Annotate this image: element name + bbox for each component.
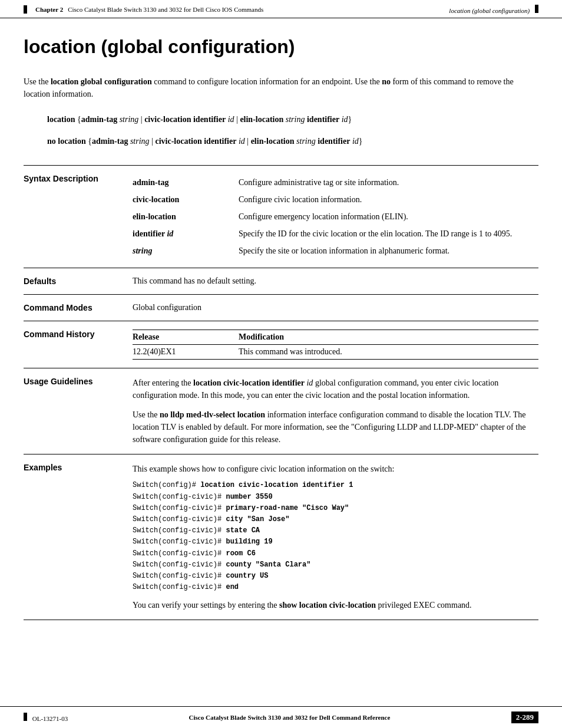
usage-guidelines-content: After entering the location civic-locati…	[133, 377, 538, 446]
history-row: 12.2(40)EX1 This command was introduced.	[133, 345, 538, 360]
examples-intro: This example shows how to configure civi…	[133, 463, 538, 475]
header-left: Chapter 2 Cisco Catalyst Blade Switch 31…	[24, 5, 263, 14]
header-title: Cisco Catalyst Blade Switch 3130 and 303…	[68, 6, 263, 13]
def-elin-location: Configure emergency location information…	[239, 208, 538, 225]
header-right: location (global configuration)	[449, 5, 538, 14]
command-modes-label: Command Modes	[24, 303, 133, 312]
header-bar	[24, 5, 27, 14]
page-header: Chapter 2 Cisco Catalyst Blade Switch 31…	[0, 0, 562, 18]
command-modes-section: Command Modes Global configuration	[24, 294, 538, 321]
code-line-6: Switch(config-civic)# building 19	[133, 536, 538, 548]
def-admin-tag: Configure administrative tag or site inf…	[239, 174, 538, 191]
def-identifier: Specify the ID for the civic location or…	[239, 225, 538, 242]
history-col2: Modification	[239, 330, 538, 345]
usage-para1: After entering the location civic-locati…	[133, 377, 538, 401]
table-row: string Specify the site or location info…	[133, 242, 538, 259]
term-string: string	[133, 242, 239, 259]
defaults-text: This command has no default setting.	[133, 276, 538, 286]
command-syntax-1: location {admin-tag string | civic-locat…	[47, 112, 538, 127]
usage-guidelines-label: Usage Guidelines	[24, 377, 133, 446]
main-content: Use the location global configuration co…	[0, 75, 562, 620]
term-elin-location: elin-location	[133, 208, 239, 225]
examples-section: Examples This example shows how to confi…	[24, 454, 538, 620]
header-section: location (global configuration)	[449, 7, 530, 14]
code-line-5: Switch(config-civic)# state CA	[133, 525, 538, 536]
examples-verify: You can verify your settings by entering…	[133, 599, 538, 611]
code-line-4: Switch(config-civic)# city "San Jose"	[133, 514, 538, 525]
header-bar-right	[535, 5, 538, 13]
code-line-7: Switch(config-civic)# room C6	[133, 548, 538, 559]
page-title: location (global configuration)	[24, 36, 538, 58]
defaults-label: Defaults	[24, 276, 133, 286]
history-table: Release Modification 12.2(40)EX1 This co…	[133, 330, 538, 360]
code-line-2: Switch(config-civic)# number 3550	[133, 492, 538, 503]
term-identifier: identifier id	[133, 225, 239, 242]
footer-center: Cisco Catalyst Blade Switch 3130 and 303…	[68, 714, 511, 721]
intro-paragraph: Use the location global configuration co…	[24, 75, 538, 100]
code-line-9: Switch(config-civic)# country US	[133, 571, 538, 582]
syntax-table: admin-tag Configure administrative tag o…	[133, 174, 538, 259]
footer-left-text: OL-13271-03	[32, 715, 68, 722]
def-civic-location: Configure civic location information.	[239, 191, 538, 208]
table-row: identifier id Specify the ID for the civ…	[133, 225, 538, 242]
table-row: elin-location Configure emergency locati…	[133, 208, 538, 225]
command-history-label: Command History	[24, 330, 133, 360]
footer-bar	[24, 713, 27, 721]
command-modes-content: Global configuration	[133, 303, 538, 312]
defaults-section: Defaults This command has no default set…	[24, 268, 538, 294]
examples-content: This example shows how to configure civi…	[133, 463, 538, 611]
history-modification: This command was introduced.	[239, 345, 538, 360]
footer-left: OL-13271-03	[24, 713, 68, 722]
command-history-section: Command History Release Modification 12.…	[24, 321, 538, 368]
intro-bold2: no	[382, 77, 391, 86]
term-admin-tag: admin-tag	[133, 174, 239, 191]
code-line-1: Switch(config)# location civic-location …	[133, 480, 538, 491]
syntax-description-label: Syntax Description	[24, 174, 133, 259]
page-title-area: location (global configuration)	[0, 18, 562, 75]
syntax-description-content: admin-tag Configure administrative tag o…	[133, 174, 538, 259]
command-syntax-2: no location {admin-tag string | civic-lo…	[47, 134, 538, 149]
table-row: admin-tag Configure administrative tag o…	[133, 174, 538, 191]
chapter-label: Chapter 2	[35, 6, 63, 13]
history-col1: Release	[133, 330, 239, 345]
command-modes-text: Global configuration	[133, 303, 538, 312]
footer-right: 2-289	[511, 711, 538, 723]
code-line-8: Switch(config-civic)# county "Santa Clar…	[133, 559, 538, 571]
def-string: Specify the site or location information…	[239, 242, 538, 259]
page-footer: OL-13271-03 Cisco Catalyst Blade Switch …	[0, 706, 562, 728]
defaults-content: This command has no default setting.	[133, 276, 538, 286]
code-line-10: Switch(config-civic)# end	[133, 582, 538, 593]
code-line-3: Switch(config-civic)# primary-road-name …	[133, 503, 538, 514]
usage-para2: Use the no lldp med-tlv-select location …	[133, 409, 538, 446]
usage-guidelines-section: Usage Guidelines After entering the loca…	[24, 368, 538, 454]
command-history-content: Release Modification 12.2(40)EX1 This co…	[133, 330, 538, 360]
cmd1-bold: location	[47, 115, 75, 124]
syntax-description-section: Syntax Description admin-tag Configure a…	[24, 165, 538, 268]
term-civic-location: civic-location	[133, 191, 239, 208]
history-header-row: Release Modification	[133, 330, 538, 345]
examples-label: Examples	[24, 463, 133, 611]
code-block: Switch(config)# location civic-location …	[133, 480, 538, 593]
history-release: 12.2(40)EX1	[133, 345, 239, 360]
intro-bold1: location global configuration	[51, 77, 152, 86]
table-row: civic-location Configure civic location …	[133, 191, 538, 208]
